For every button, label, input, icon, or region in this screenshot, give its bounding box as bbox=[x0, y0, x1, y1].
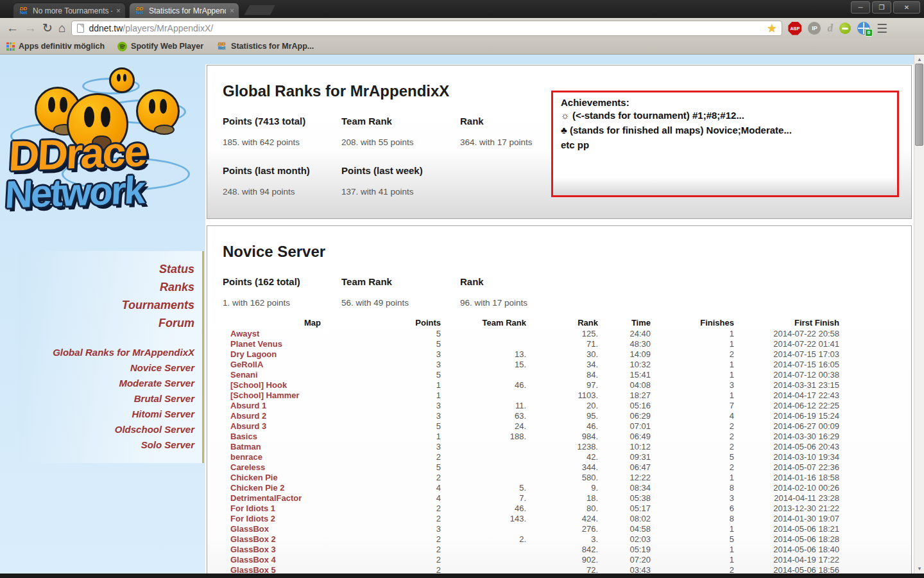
map-cell: GlassBox 3 bbox=[223, 545, 402, 555]
data-cell: 2014-04-19 17:22 bbox=[735, 555, 841, 565]
data-cell: 3. bbox=[527, 534, 599, 545]
data-cell: 902. bbox=[527, 555, 599, 565]
back-button-icon[interactable]: ← bbox=[6, 22, 19, 35]
map-link[interactable]: GlassBox 5 bbox=[230, 565, 276, 574]
scroll-down-icon[interactable]: ▼ bbox=[914, 564, 924, 574]
data-cell: 5 bbox=[402, 462, 442, 473]
home-button-icon[interactable]: ⌂ bbox=[58, 22, 65, 35]
sidebar-link-forum[interactable]: Forum bbox=[158, 314, 194, 332]
adblock-plus-icon[interactable]: ABP bbox=[788, 22, 801, 35]
sidebar-link-global-ranks-for-mrappendixx[interactable]: Global Ranks for MrAppendixX bbox=[53, 345, 194, 360]
page-scrollbar[interactable]: ▲ ▼ bbox=[914, 55, 924, 574]
close-button[interactable]: ✕ bbox=[893, 1, 920, 13]
data-cell bbox=[442, 555, 527, 565]
map-link[interactable]: GlassBox 4 bbox=[230, 555, 276, 565]
data-cell: 71. bbox=[527, 339, 599, 349]
sidebar-link-oldschool-server[interactable]: Oldschool Server bbox=[115, 422, 194, 437]
ip-lookup-icon[interactable]: IP bbox=[808, 22, 821, 35]
map-link[interactable]: GlassBox bbox=[230, 524, 269, 534]
tab-no-more-tournaments[interactable]: DDNet No more Tournaments - F × bbox=[13, 3, 126, 18]
map-link[interactable]: [School] Hammer bbox=[230, 390, 300, 400]
map-link[interactable]: GlassBox 2 bbox=[230, 534, 276, 544]
browser-toolbar: ← → ↻ ⌂ ddnet.tw/players/MrAppendixX/ ★ … bbox=[0, 18, 924, 39]
restore-button[interactable]: ❐ bbox=[872, 1, 891, 13]
table-row: For Idiots 1246.80.05:1762013-12-30 21:2… bbox=[223, 504, 841, 514]
bookmark-ddnet-stats[interactable]: DDNet Statistics for MrApp... bbox=[216, 41, 314, 51]
map-link[interactable]: Absurd 3 bbox=[230, 421, 266, 431]
data-cell: 2014-07-22 01:41 bbox=[735, 339, 841, 349]
sidebar-link-brutal-server[interactable]: Brutal Server bbox=[134, 391, 194, 407]
map-link[interactable]: Basics bbox=[230, 432, 257, 441]
sidebar-link-solo-server[interactable]: Solo Server bbox=[141, 437, 194, 453]
scroll-up-icon[interactable]: ▲ bbox=[914, 55, 924, 64]
data-cell: 2014-05-06 18:40 bbox=[735, 545, 841, 555]
map-cell: Absurd 2 bbox=[223, 411, 402, 421]
achievement-line: ☼ (<-stands for tournament) #1;#8;#12... bbox=[561, 108, 889, 123]
map-link[interactable]: Chicken Pie 2 bbox=[230, 483, 285, 493]
sidebar-link-tournaments[interactable]: Tournaments bbox=[122, 296, 194, 314]
map-link[interactable]: benrace bbox=[230, 452, 262, 462]
forward-button-icon[interactable]: → bbox=[24, 22, 37, 35]
minimize-button[interactable]: ─ bbox=[851, 1, 870, 13]
sidebar-server-nav: Global Ranks for MrAppendixXNovice Serve… bbox=[53, 345, 194, 453]
main-content: Global Ranks for MrAppendixX Points (741… bbox=[205, 64, 914, 574]
map-link[interactable]: Planet Venus bbox=[230, 339, 282, 349]
data-cell: 8 bbox=[652, 514, 735, 524]
data-cell: 2. bbox=[442, 534, 527, 545]
bookmark-star-icon[interactable]: ★ bbox=[767, 23, 776, 34]
map-link[interactable]: Awayst bbox=[230, 329, 259, 338]
column-header-rank: Rank bbox=[527, 318, 599, 329]
new-tab-button[interactable] bbox=[243, 4, 276, 15]
data-cell: 10:12 bbox=[599, 442, 652, 452]
map-link[interactable]: Careless bbox=[230, 462, 265, 472]
data-cell: 580. bbox=[527, 473, 599, 483]
address-bar[interactable]: ddnet.tw/players/MrAppendixX/ ★ bbox=[71, 21, 782, 36]
url-text[interactable]: ddnet.tw/players/MrAppendixX/ bbox=[89, 23, 762, 33]
map-link[interactable]: [School] Hook bbox=[230, 380, 287, 390]
sidebar-link-status[interactable]: Status bbox=[159, 260, 194, 278]
bookmark-spotify[interactable]: Spotify Web Player bbox=[117, 42, 203, 51]
logo-text-network: Network bbox=[4, 168, 145, 216]
map-table-header-row: MapPointsTeam RankRankTimeFinishesFirst … bbox=[223, 318, 841, 329]
data-cell: 188. bbox=[442, 432, 527, 442]
data-cell: 8 bbox=[652, 483, 735, 493]
data-cell: 2013-12-30 21:22 bbox=[735, 504, 841, 514]
stat-label: Rank bbox=[460, 276, 579, 287]
map-link[interactable]: For Idiots 2 bbox=[230, 514, 275, 523]
map-link[interactable]: Absurd 1 bbox=[230, 401, 266, 410]
map-link[interactable]: Absurd 2 bbox=[230, 411, 266, 421]
data-cell: 2 bbox=[652, 432, 735, 442]
data-cell: 24. bbox=[442, 421, 527, 432]
blue-extension-icon[interactable]: 0 bbox=[857, 22, 870, 35]
map-link[interactable]: DetrimentalFactor bbox=[230, 493, 302, 503]
tab-close-icon[interactable]: × bbox=[116, 7, 121, 15]
map-link[interactable]: Batman bbox=[230, 442, 261, 451]
green-extension-icon[interactable] bbox=[839, 22, 851, 34]
bookmark-apps[interactable]: Apps definitiv möglich bbox=[6, 42, 105, 51]
map-link[interactable]: GeRollA bbox=[230, 360, 263, 369]
map-link[interactable]: Dry Lagoon bbox=[230, 349, 277, 359]
sidebar-link-hitomi-server[interactable]: Hitomi Server bbox=[132, 407, 194, 422]
data-cell: 125. bbox=[527, 329, 599, 339]
data-cell: 2014-03-10 19:34 bbox=[735, 452, 841, 462]
reload-button-icon[interactable]: ↻ bbox=[42, 22, 53, 35]
map-link[interactable]: For Idiots 1 bbox=[230, 504, 275, 513]
data-cell: 842. bbox=[527, 545, 599, 555]
sidebar-link-moderate-server[interactable]: Moderate Server bbox=[119, 376, 194, 391]
sidebar-link-novice-server[interactable]: Novice Server bbox=[130, 360, 194, 376]
data-cell: 7 bbox=[652, 401, 735, 411]
map-link[interactable]: Senani bbox=[230, 370, 258, 380]
tab-close-icon[interactable]: × bbox=[230, 7, 234, 15]
data-cell: 2014-07-15 17:03 bbox=[735, 349, 841, 360]
map-link[interactable]: GlassBox 3 bbox=[230, 545, 276, 554]
bookmark-label: Spotify Web Player bbox=[131, 42, 203, 51]
d-extension-icon[interactable]: d bbox=[827, 22, 833, 35]
sidebar-link-ranks[interactable]: Ranks bbox=[160, 278, 194, 296]
scrollbar-thumb[interactable] bbox=[915, 64, 923, 146]
data-cell bbox=[442, 390, 527, 401]
map-cell: [School] Hook bbox=[223, 380, 402, 390]
map-link[interactable]: Chicken Pie bbox=[230, 473, 278, 482]
tab-statistics-for-mrappendixx[interactable]: DDNet Statistics for MrAppendixX × bbox=[129, 3, 239, 18]
menu-icon[interactable]: ☰ bbox=[877, 22, 887, 35]
map-table: MapPointsTeam RankRankTimeFinishesFirst … bbox=[223, 318, 841, 574]
